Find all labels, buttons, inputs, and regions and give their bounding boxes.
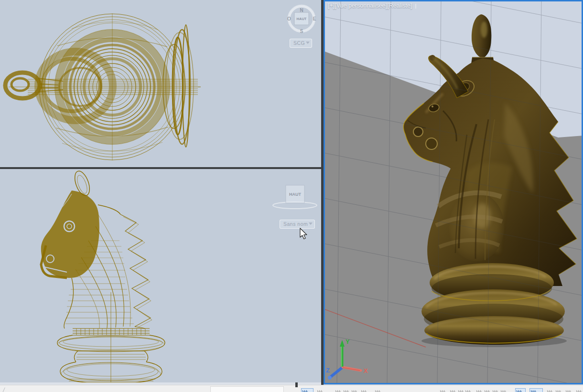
statusbar-field <box>210 386 284 392</box>
chevron-down-icon <box>309 222 313 225</box>
statusbar-icon-autoscale[interactable] <box>546 388 553 392</box>
viewport-horizontal-divider[interactable] <box>0 167 321 169</box>
statusbar-icon-snap-mode[interactable] <box>316 388 330 392</box>
wireframe-top-view <box>0 0 321 167</box>
wireframe-side-view <box>0 169 321 382</box>
ucs-z-label: Z <box>326 367 330 374</box>
statusbar-icon-gizmo[interactable] <box>515 388 526 392</box>
statusbar-icon-transparency[interactable] <box>464 388 472 392</box>
statusbar-tick <box>2 387 5 392</box>
application-window: N O S E HAUT SCG <box>0 0 583 392</box>
ucs-y-label: Y <box>345 338 350 345</box>
view-menu[interactable]: Sans nom <box>280 220 315 229</box>
statusbar-icon-infer-constraints[interactable] <box>334 388 341 392</box>
statusbar-icon-annotation-scale[interactable] <box>554 388 563 392</box>
chevron-down-icon <box>306 42 310 44</box>
statusbar-icon-polar-tracking[interactable] <box>360 388 368 392</box>
viewport-top-view[interactable]: N O S E HAUT SCG <box>0 0 321 167</box>
divider-notch <box>295 382 298 387</box>
ucs-x-label: X <box>364 367 368 374</box>
viewport-side-view[interactable]: HAUT Sans nom <box>0 169 321 382</box>
viewport-3d-active[interactable]: Y X Z [+][Vue personnalisée][Réaliste] <box>324 0 583 384</box>
viewport-controls-label[interactable]: [+][Vue personnalisée][Réaliste] <box>328 2 416 9</box>
statusbar-icon-dynamic-input[interactable] <box>342 388 349 392</box>
statusbar-icon-object-snap-tracking[interactable] <box>439 388 446 392</box>
statusbar-icon-selection-cycling[interactable] <box>475 388 483 392</box>
statusbar-icon-isometric-drafting[interactable] <box>374 388 384 392</box>
ucs-menu[interactable]: SCG <box>290 39 312 48</box>
statusbar-icon-grid-display[interactable] <box>301 388 313 392</box>
statusbar-icon-selection-filtering[interactable] <box>499 388 509 392</box>
statusbar-icon-annotation-visibility[interactable] <box>529 388 543 392</box>
view-menu-label: Sans nom <box>283 221 308 227</box>
statusbar-icon-lineweight[interactable] <box>457 388 464 392</box>
render-3d-scene: Y X Z <box>325 1 582 383</box>
statusbar-icon-dynamic-ucs[interactable] <box>491 388 499 392</box>
statusbar <box>0 385 583 392</box>
ucs-menu-label: SCG <box>293 40 305 46</box>
statusbar-icon-workspace-switching[interactable] <box>564 388 573 392</box>
statusbar-icon-ortho-mode[interactable] <box>350 388 358 392</box>
statusbar-icon-object-snap[interactable] <box>449 388 456 392</box>
viewport-label-text[interactable]: [+][Vue personnalisée][Réaliste] <box>328 2 412 9</box>
statusbar-icon-annotation-monitor[interactable] <box>575 388 583 392</box>
text-caret <box>415 4 416 9</box>
statusbar-icon-threed-object-snap[interactable] <box>483 388 491 392</box>
